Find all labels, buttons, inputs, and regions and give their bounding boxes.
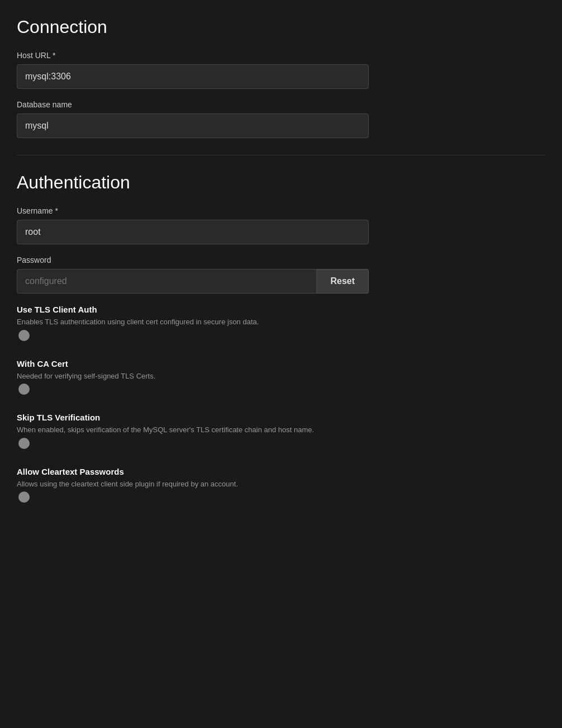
reset-button[interactable]: Reset [317,269,369,294]
allow-cleartext-passwords-description: Allows using the cleartext client side p… [17,479,508,490]
tls-client-auth-description: Enables TLS authentication using client … [17,316,508,328]
tls-client-auth-section: Use TLS Client Auth Enables TLS authenti… [17,305,545,343]
with-ca-cert-title: With CA Cert [17,359,545,368]
username-input[interactable] [17,220,369,244]
with-ca-cert-section: With CA Cert Needed for verifying self-s… [17,359,545,398]
host-url-input[interactable] [17,64,369,89]
with-ca-cert-description: Needed for verifying self-signed TLS Cer… [17,371,508,382]
skip-tls-verification-description: When enabled, skips verification of the … [17,424,508,436]
database-name-input[interactable] [17,114,369,138]
database-name-label: Database name [17,100,545,109]
username-label: Username * [17,206,545,215]
password-row: Reset [17,269,369,294]
username-group: Username * [17,206,545,244]
password-group: Password Reset [17,256,545,294]
allow-cleartext-passwords-section: Allow Cleartext Passwords Allows using t… [17,467,545,505]
host-url-group: Host URL * [17,51,545,89]
password-label: Password [17,256,545,264]
authentication-title: Authentication [17,172,545,193]
connection-title: Connection [17,17,545,37]
skip-tls-verification-section: Skip TLS Verification When enabled, skip… [17,413,545,451]
section-divider [17,155,545,155]
database-name-group: Database name [17,100,545,138]
password-input[interactable] [17,269,317,294]
host-url-label: Host URL * [17,51,545,60]
allow-cleartext-passwords-title: Allow Cleartext Passwords [17,467,545,476]
tls-client-auth-title: Use TLS Client Auth [17,305,545,314]
skip-tls-verification-title: Skip TLS Verification [17,413,545,422]
